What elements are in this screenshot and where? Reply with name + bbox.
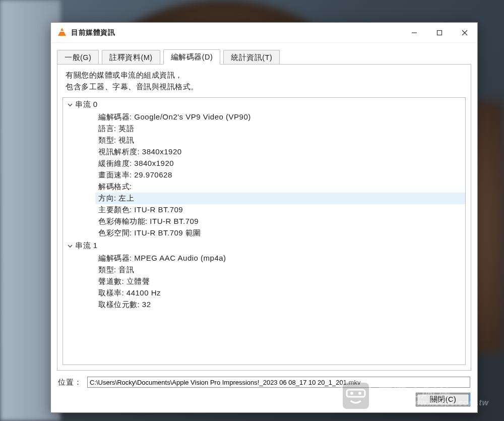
codec-panel: 有關您的媒體或串流的組成資訊， 包含多工器、字幕、音訊與視訊格式。 串流 0 編…: [57, 64, 471, 371]
prop-color-space[interactable]: 色彩空間: ITU-R BT.709 範圍: [95, 227, 465, 239]
close-button[interactable]: 關閉(C): [416, 393, 470, 406]
tab-statistics[interactable]: 統計資訊(T): [223, 50, 280, 65]
prop-codec[interactable]: 編解碼器: MPEG AAC Audio (mp4a): [95, 253, 465, 264]
stream-0-properties: 編解碼器: Google/On2's VP9 Video (VP90) 語言: …: [63, 111, 465, 239]
info-line-2: 包含多工器、字幕、音訊與視訊格式。: [66, 81, 466, 93]
prop-sample-rate[interactable]: 取樣率: 44100 Hz: [95, 287, 465, 299]
window-title: 目前媒體資訊: [71, 28, 115, 37]
stream-1-title: 串流 1: [75, 241, 98, 251]
svg-rect-1: [437, 30, 442, 35]
location-label: 位置：: [58, 378, 82, 387]
media-info-window: 目前媒體資訊 一般(G) 註釋資料(M) 編解碼器(D) 統計資訊(T) 有關您…: [50, 22, 478, 413]
tab-codec[interactable]: 編解碼器(D): [163, 49, 221, 65]
prop-channels[interactable]: 聲道數: 立體聲: [95, 276, 465, 287]
prop-codec[interactable]: 編解碼器: Google/On2's VP9 Video (VP90): [95, 111, 465, 123]
stream-1-header[interactable]: 串流 1: [63, 239, 465, 253]
vlc-cone-icon: [57, 28, 67, 38]
prop-decode-format[interactable]: 解碼格式:: [95, 181, 465, 193]
titlebar[interactable]: 目前媒體資訊: [51, 23, 477, 43]
chevron-down-icon: [65, 243, 75, 249]
prop-language[interactable]: 語言: 英語: [95, 123, 465, 135]
prop-color-transfer[interactable]: 色彩傳輸功能: ITU-R BT.709: [95, 216, 465, 227]
tab-general[interactable]: 一般(G): [57, 50, 99, 65]
prop-type[interactable]: 類型: 音訊: [95, 264, 465, 276]
dialog-buttons: 關閉(C): [51, 391, 477, 412]
prop-primary-color[interactable]: 主要顏色: ITU-R BT.709: [95, 204, 465, 216]
chevron-down-icon: [65, 102, 75, 108]
prop-resolution[interactable]: 視訊解析度: 3840x1920: [95, 146, 465, 158]
tab-metadata[interactable]: 註釋資料(M): [102, 50, 160, 65]
maximize-button[interactable]: [427, 23, 452, 42]
prop-bits-per-sample[interactable]: 取樣位元數: 32: [95, 299, 465, 311]
info-line-1: 有關您的媒體或串流的組成資訊，: [66, 70, 466, 81]
tab-bar: 一般(G) 註釋資料(M) 編解碼器(D) 統計資訊(T): [51, 43, 477, 64]
stream-1-properties: 編解碼器: MPEG AAC Audio (mp4a) 類型: 音訊 聲道數: …: [63, 253, 465, 311]
prop-type[interactable]: 類型: 視訊: [95, 135, 465, 146]
prop-orientation[interactable]: 方向: 左上: [95, 193, 465, 204]
minimize-button[interactable]: [402, 23, 427, 42]
stream-0-title: 串流 0: [75, 100, 98, 109]
prop-buffer-dimensions[interactable]: 緩衝維度: 3840x1920: [95, 158, 465, 169]
prop-framerate[interactable]: 畫面速率: 29.970628: [95, 169, 465, 181]
panel-description: 有關您的媒體或串流的組成資訊， 包含多工器、字幕、音訊與視訊格式。: [62, 70, 466, 92]
location-row: 位置：: [51, 376, 477, 391]
stream-tree[interactable]: 串流 0 編解碼器: Google/On2's VP9 Video (VP90)…: [62, 97, 466, 365]
location-input[interactable]: [87, 377, 470, 388]
stream-0-header[interactable]: 串流 0: [63, 98, 465, 111]
close-window-button[interactable]: [452, 23, 477, 42]
